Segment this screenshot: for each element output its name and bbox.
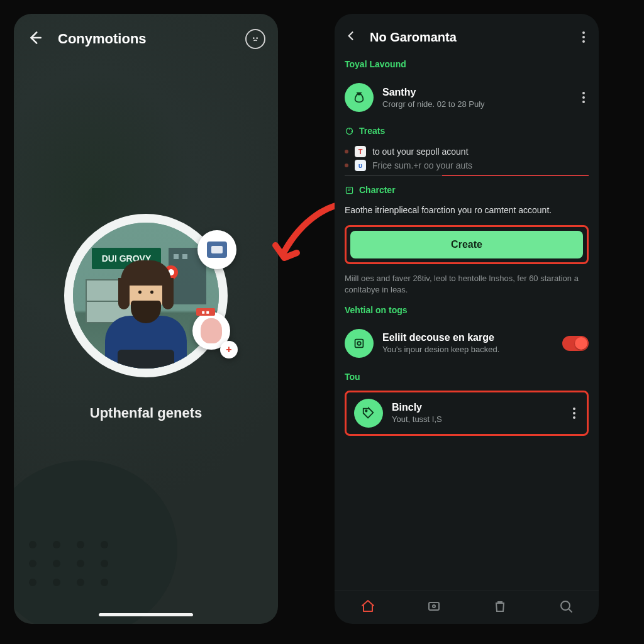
- home-indicator[interactable]: [99, 613, 193, 616]
- back-chevron-icon[interactable]: [345, 30, 357, 45]
- illustration-monitor-icon: [197, 230, 236, 269]
- section-tou-label: Tou: [345, 372, 589, 382]
- svg-point-2: [257, 38, 257, 38]
- tag-icon: [354, 399, 383, 428]
- progress-divider: [345, 175, 589, 176]
- santhy-item[interactable]: Santhy Crorgr of nide. 02 to 28 Puly: [345, 78, 589, 117]
- svg-rect-5: [355, 339, 364, 347]
- svg-point-7: [365, 410, 367, 412]
- right-phone-screen: No Garomanta Toyal Lavound Santhy Crorgr…: [335, 14, 599, 624]
- section-toyal-label: Toyal Lavound: [345, 59, 589, 69]
- nav-search-icon[interactable]: [558, 599, 574, 616]
- section-treats-label: Treats: [345, 126, 589, 136]
- vehtial-item[interactable]: Eeliit decouse en karge You's iηour desi…: [345, 324, 589, 363]
- santhy-subtitle: Crorgr of nide. 02 to 28 Puly: [382, 99, 570, 109]
- treats-row-2[interactable]: υ Frice sum.+r oo your auts: [345, 158, 589, 172]
- svg-rect-8: [429, 602, 439, 610]
- santhy-title: Santhy: [382, 87, 570, 98]
- page-title: No Garomanta: [370, 30, 566, 45]
- illustration: DUI GROVY ■ ■: [58, 208, 234, 384]
- bincly-item[interactable]: Bincly Yout, tusst I,S: [354, 399, 579, 428]
- money-bag-icon: [345, 83, 374, 112]
- item-more-icon[interactable]: [569, 404, 579, 423]
- vehtial-subtitle: You's iηour desion keep backed.: [382, 345, 553, 354]
- more-menu-icon[interactable]: [579, 28, 589, 47]
- bincly-title: Bincly: [392, 402, 560, 413]
- page-title: Conymotions: [58, 31, 230, 47]
- left-phone-screen: Conymotions DUI GROVY: [14, 14, 278, 624]
- illustration-plus-icon: +: [220, 341, 238, 358]
- camera-square-icon: [345, 329, 374, 358]
- nav-trash-icon[interactable]: [492, 599, 508, 616]
- section-charcter-label: Charcter: [345, 185, 589, 195]
- back-arrow-icon[interactable]: [26, 30, 43, 48]
- svg-point-6: [357, 341, 361, 345]
- background-dots: [29, 541, 109, 586]
- create-highlight-box: Create: [345, 225, 589, 264]
- nav-card-icon[interactable]: [426, 599, 441, 616]
- nav-home-icon[interactable]: [360, 599, 375, 616]
- bottom-nav: [335, 590, 599, 624]
- vehtial-toggle[interactable]: [562, 336, 589, 351]
- letter-u-icon: υ: [355, 160, 366, 171]
- illustration-caption: Upthenfal genets: [90, 405, 202, 421]
- bincly-highlight-box: Bincly Yout, tusst I,S: [345, 391, 589, 436]
- vehtial-title: Eeliit decouse en karge: [382, 332, 553, 343]
- item-more-icon[interactable]: [579, 88, 589, 107]
- create-button[interactable]: Create: [350, 231, 583, 258]
- right-header: No Garomanta: [335, 14, 599, 54]
- section-vehtial-label: Vehtial on togs: [345, 305, 589, 315]
- svg-line-11: [569, 609, 572, 612]
- charcter-hint: Miill oes and faver 26tiv, leol to hento…: [345, 273, 589, 296]
- svg-point-9: [433, 605, 435, 608]
- svg-point-1: [253, 38, 254, 38]
- letter-t-icon: T: [355, 146, 366, 157]
- treats-row-1[interactable]: T to out your sepoll acount: [345, 145, 589, 158]
- left-header: Conymotions: [14, 14, 278, 55]
- charcter-description: Eaothe itrienpliecal foarction you ro ca…: [345, 204, 589, 216]
- bincly-subtitle: Yout, tusst I,S: [392, 414, 560, 424]
- face-icon[interactable]: [245, 29, 265, 49]
